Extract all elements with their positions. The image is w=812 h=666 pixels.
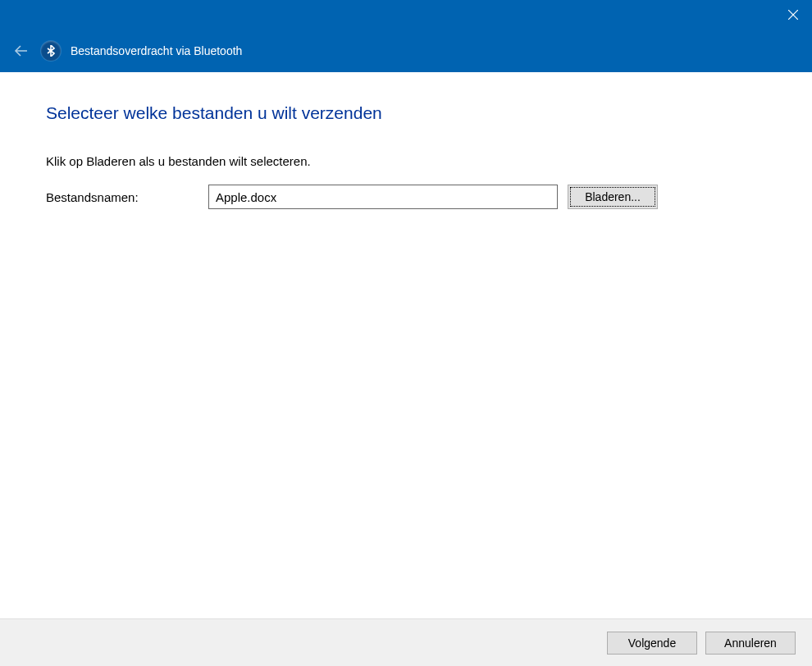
back-arrow-icon [13,43,30,59]
footer: Volgende Annuleren [0,618,812,666]
close-button[interactable] [774,0,812,30]
instruction-text: Klik op Bladeren als u bestanden wilt se… [46,154,766,168]
back-button[interactable] [11,41,31,61]
titlebar [0,0,812,30]
file-row: Bestandsnamen: Bladeren... [46,185,766,209]
filenames-input[interactable] [208,185,558,209]
file-label: Bestandsnamen: [46,190,208,204]
window-title: Bestandsoverdracht via Bluetooth [71,44,242,57]
close-icon [788,10,798,20]
bluetooth-icon [41,41,61,61]
cancel-button[interactable]: Annuleren [705,632,796,655]
browse-button[interactable]: Bladeren... [568,185,658,209]
content-area: Selecteer welke bestanden u wilt verzend… [0,72,812,618]
page-heading: Selecteer welke bestanden u wilt verzend… [46,103,766,123]
header: Bestandsoverdracht via Bluetooth [0,30,812,72]
next-button[interactable]: Volgende [607,632,697,655]
